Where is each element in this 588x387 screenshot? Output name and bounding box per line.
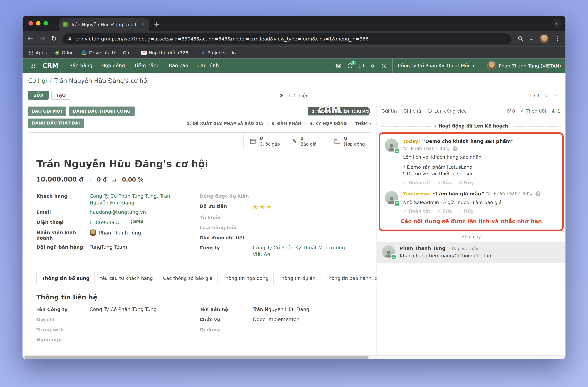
edit-button[interactable]: SỬA	[28, 91, 49, 100]
create-button[interactable]: TẠO	[51, 91, 70, 100]
tab-close-icon[interactable]: ✕	[141, 22, 146, 27]
action-menu[interactable]: ⚙ Thực hiện	[279, 92, 309, 98]
stage-3[interactable]: 3. ĐÀM PHÁN	[272, 121, 301, 125]
stat-contracts-button[interactable]: 0 Hợp đồng	[328, 133, 371, 150]
stage-2[interactable]: 2. ĐỀ XUẤT GIẢI PHÁP VÀ BÁO GIÁ	[187, 121, 263, 125]
customer-link[interactable]: Công Ty Cổ Phần Tùng Tùng, Trần Nguyễn H…	[90, 193, 190, 206]
user-menu[interactable]: Phan Thanh Tùng (VIETAN)	[487, 61, 561, 70]
new-quotation-button[interactable]: BÁO GIÁ MỚI	[28, 107, 66, 116]
window-zoom-button[interactable]	[43, 21, 48, 25]
reload-button[interactable]: ↻	[51, 35, 57, 42]
send-message-button[interactable]: Gửi tin	[381, 108, 397, 114]
new-tab-button[interactable]: +	[154, 18, 160, 31]
bookmark-drive[interactable]: Drive của tôi – Go...	[82, 50, 133, 55]
tab-thong-tin-bo-sung[interactable]: Thông tin bổ sung	[36, 272, 95, 284]
apps-menu-icon[interactable]	[27, 63, 39, 68]
mark-won-button[interactable]: ĐÁNH DẤU THÀNH CÔNG	[69, 107, 134, 116]
bookmark-odoo[interactable]: Odoo	[55, 50, 74, 55]
stat-meetings-button[interactable]: 0 Cuộc gặp	[243, 133, 286, 150]
bookmark-jira[interactable]: Projects – Jira	[200, 50, 238, 55]
tab-bao-hanh-bao-tri[interactable]: Thông tin bảo hành, bảo trì	[321, 272, 377, 284]
zoom-icon[interactable]	[517, 36, 524, 42]
scrollbar-thumb[interactable]	[24, 356, 369, 359]
window-minimize-button[interactable]	[36, 21, 41, 25]
app-title[interactable]: CRM	[42, 62, 58, 69]
contact-name-value: Trần Nguyễn Hữu Đăng	[253, 306, 309, 313]
tab-yeu-cau-khach-hang[interactable]: Yêu cầu từ khách hàng	[95, 272, 158, 284]
close-icon: ✕	[459, 209, 462, 214]
email-link[interactable]: huudang@tungtung.vn	[90, 209, 146, 216]
bookmark-apps[interactable]: Apps	[29, 50, 47, 55]
company-switcher[interactable]: Công Ty Cổ Phần Kỹ Thuật Môi Trường Vi..…	[392, 59, 482, 73]
activity-done-button[interactable]: ✓Hoàn tất	[403, 180, 430, 185]
breadcrumb-parent-link[interactable]: Cơ hội	[28, 77, 47, 84]
tab-thong-tin-du-an[interactable]: Thông tin dự án	[273, 272, 321, 284]
stat-quotations-button[interactable]: ✎ 0 Báo giá	[286, 133, 328, 150]
bug-icon[interactable]	[370, 63, 375, 68]
close-icon: ✕	[459, 180, 462, 185]
activity-note: * Demo về các thiết bị sensor	[403, 170, 558, 177]
info-icon[interactable]	[452, 146, 457, 151]
tags-label: Từ khóa	[200, 214, 253, 221]
pager-previous-icon[interactable]: ‹	[543, 92, 550, 98]
activity-type-badge-icon: ≡	[394, 200, 400, 206]
phone-link[interactable]: 0386968950	[90, 220, 121, 225]
stage-4[interactable]: 4. KÝ HỢP ĐỒNG	[310, 121, 347, 125]
sales-team-value[interactable]: TungTung Team	[90, 244, 127, 251]
contact-name-label: Tên liên hệ	[200, 306, 253, 313]
calendar-icon	[250, 138, 256, 145]
message-timestamp: - 16 phút trước	[448, 246, 479, 251]
stage-active[interactable]: 1. TIẾP NHẬN/LIÊN HỆ KHÁCH HÀNG	[308, 107, 371, 115]
activity-assignee: for Phan Thanh Tùng	[403, 146, 449, 151]
address-bar[interactable]: erp.vietan-group.vn/web?debug=assets#id=…	[63, 33, 511, 44]
sms-button[interactable]: SMS	[128, 219, 143, 225]
bookmark-gmail[interactable]: Hộp thư đến (326...	[141, 50, 193, 55]
message-body: Khách hàng tiềm năng/Cơ hội được tạo	[400, 253, 491, 258]
pager-next-icon[interactable]: ›	[553, 92, 560, 98]
bookmark-star-icon[interactable]: ☆	[529, 36, 534, 41]
address-label: Địa chỉ	[36, 316, 90, 323]
menu-hop-dong[interactable]: Hợp đồng	[97, 59, 129, 73]
attachments-button[interactable]: 0	[506, 108, 515, 114]
following-button[interactable]: ✓ Theo dõi	[520, 108, 546, 114]
followers-button[interactable]: 1	[551, 108, 560, 114]
back-button[interactable]: ←	[28, 35, 33, 42]
info-icon[interactable]	[536, 191, 541, 196]
menu-tiem-nang[interactable]: Tiềm năng	[130, 59, 164, 73]
horizontal-scrollbar[interactable]	[22, 355, 566, 359]
activity-cancel-button[interactable]: ✕Hủy	[459, 209, 474, 214]
browser-tab[interactable]: Trần Nguyễn Hữu Đăng's cơ hộ ✕	[59, 18, 149, 31]
log-note-button[interactable]: Ghi chú	[403, 108, 421, 114]
message-author[interactable]: Phan Thanh Tùng	[400, 245, 445, 251]
company-link[interactable]: Công Ty Cổ Phần Kỹ Thuật Môi Trường Việt…	[253, 245, 353, 258]
status-row-2: ĐÁNH DẤU THẤT BẠI 2. ĐỀ XUẤT GIẢI PHÁP V…	[28, 118, 371, 128]
activity-done-button[interactable]: ✓Hoàn tất	[403, 209, 430, 214]
salesperson-value[interactable]: Phan Thanh Tùng	[90, 229, 141, 241]
mark-lost-button[interactable]: ĐÁNH DẤU THẤT BẠI	[28, 118, 84, 128]
menu-bao-cao[interactable]: Báo cáo	[165, 59, 192, 73]
activity-clock-icon[interactable]: 2	[347, 63, 353, 68]
tab-search-button[interactable]: ▾	[552, 19, 561, 28]
activity-edit-button[interactable]: ✎Sửa	[437, 180, 452, 185]
menu-cau-hinh[interactable]: Cấu hình	[193, 59, 223, 73]
phone-icon[interactable]: ☎	[335, 63, 342, 68]
bookmarks-bar: Apps Odoo Drive của tôi – Go... Hộp thư …	[22, 46, 566, 59]
schedule-activity-button[interactable]: Lên công việc	[427, 108, 466, 114]
field-groups: Khách hàng Công Ty Cổ Phần Tùng Tùng, Tr…	[36, 193, 363, 261]
messages-icon[interactable]	[358, 63, 364, 68]
planned-activities-header[interactable]: ▾ Hoạt động đã Lên Kế hoạch	[381, 123, 561, 129]
window-close-button[interactable]	[29, 21, 33, 25]
activity-edit-button[interactable]: ✎Sửa	[437, 209, 452, 214]
lead-title: Trần Nguyễn Hữu Đăng's cơ hội	[36, 158, 363, 170]
email-label: Email	[36, 209, 90, 216]
browser-profile-avatar[interactable]	[540, 34, 549, 43]
activity-cancel-button[interactable]: ✕Hủy	[459, 180, 474, 185]
tab-thong-so-bao-gia[interactable]: Các thông số báo giá	[158, 272, 218, 284]
tab-thong-tin-hop-dong[interactable]: Thông tin hợp đồng	[218, 272, 274, 284]
browser-menu-icon[interactable]: ⋮	[555, 36, 560, 41]
tools-icon[interactable]	[381, 63, 387, 68]
menu-ban-hang[interactable]: Bán hàng	[65, 59, 96, 73]
forward-button[interactable]: →	[40, 35, 45, 42]
stage-more-button[interactable]: THÊM ▾	[355, 121, 371, 125]
priority-stars[interactable]: ★★★	[253, 203, 273, 211]
